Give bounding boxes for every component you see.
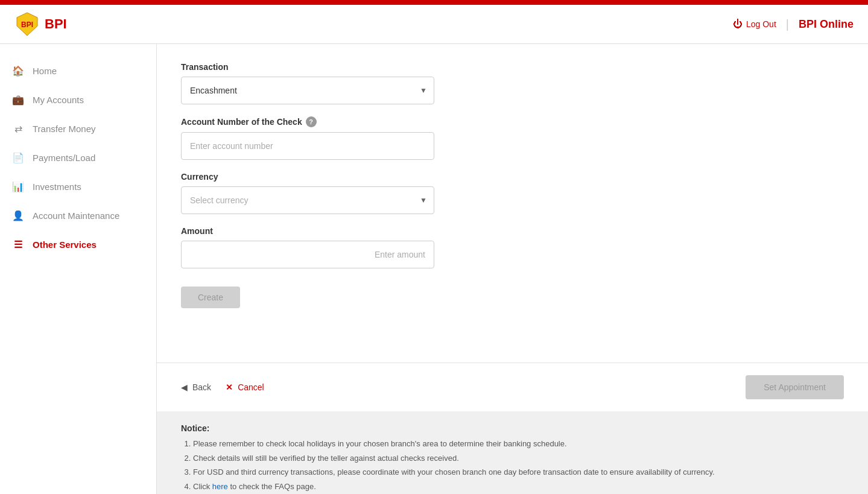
currency-label-text: Currency bbox=[181, 172, 218, 182]
sidebar-item-transfer-money-label: Transfer Money bbox=[33, 124, 95, 134]
sidebar-item-investments-label: Investments bbox=[33, 182, 81, 192]
amount-label-text: Amount bbox=[181, 226, 213, 236]
logout-button[interactable]: ⏻ Log Out bbox=[733, 19, 776, 30]
back-button[interactable]: ◀ Back bbox=[181, 382, 211, 392]
notice-list: Please remember to check local holidays … bbox=[181, 438, 844, 492]
currency-label: Currency bbox=[181, 172, 844, 182]
sidebar-item-transfer-money[interactable]: ⇄ Transfer Money bbox=[0, 114, 156, 143]
sidebar-item-payments-load-label: Payments/Load bbox=[33, 153, 95, 163]
action-bar: ◀ Back ✕ Cancel Set Appointment bbox=[157, 363, 868, 411]
account-number-help-icon[interactable]: ? bbox=[306, 116, 317, 127]
transfer-icon: ⇄ bbox=[12, 122, 24, 135]
logout-label: Log Out bbox=[746, 19, 776, 29]
sidebar-item-other-services-label: Other Services bbox=[33, 239, 97, 250]
set-appointment-button[interactable]: Set Appointment bbox=[746, 375, 844, 399]
notice-title: Notice: bbox=[181, 423, 844, 433]
home-icon: 🏠 bbox=[12, 65, 24, 77]
notice-item-4: Click here to check the FAQs page. bbox=[193, 481, 844, 493]
bpi-logo-icon: BPI bbox=[14, 11, 40, 37]
sidebar-item-investments[interactable]: 📊 Investments bbox=[0, 172, 156, 201]
briefcase-icon: 💼 bbox=[12, 93, 24, 106]
action-left: ◀ Back ✕ Cancel bbox=[181, 382, 264, 392]
transaction-select-wrapper: Encashment Deposit ▼ bbox=[181, 77, 434, 104]
logo-area: BPI BPI bbox=[14, 11, 67, 37]
power-icon: ⏻ bbox=[733, 19, 743, 30]
notice-item-1: Please remember to check local holidays … bbox=[193, 438, 844, 450]
account-number-label: Account Number of the Check ? bbox=[181, 116, 844, 127]
chart-icon: 📊 bbox=[12, 180, 24, 192]
list-icon: ☰ bbox=[12, 238, 24, 250]
currency-group: Currency Select currency PHP USD EUR ▼ bbox=[181, 172, 844, 214]
main-layout: 🏠 Home 💼 My Accounts ⇄ Transfer Money 📄 … bbox=[0, 44, 868, 494]
amount-group: Amount bbox=[181, 226, 844, 268]
sidebar-item-home[interactable]: 🏠 Home bbox=[0, 56, 156, 85]
sidebar-item-payments-load[interactable]: 📄 Payments/Load bbox=[0, 143, 156, 172]
document-icon: 📄 bbox=[12, 151, 24, 163]
header-right: ⏻ Log Out | BPI Online bbox=[733, 17, 854, 31]
form-card: Transaction Encashment Deposit ▼ Account… bbox=[157, 44, 868, 326]
cancel-button[interactable]: ✕ Cancel bbox=[226, 382, 264, 392]
header-divider: | bbox=[786, 17, 789, 31]
header: BPI BPI ⏻ Log Out | BPI Online bbox=[0, 5, 868, 44]
sidebar-item-account-maintenance-label: Account Maintenance bbox=[33, 211, 119, 221]
cancel-label: Cancel bbox=[238, 382, 264, 392]
notice-item-2: Check details will still be verified by … bbox=[193, 452, 844, 464]
sidebar: 🏠 Home 💼 My Accounts ⇄ Transfer Money 📄 … bbox=[0, 44, 157, 494]
account-number-label-text: Account Number of the Check bbox=[181, 117, 302, 127]
logo-text: BPI bbox=[45, 16, 67, 32]
bpi-online-label: BPI Online bbox=[799, 18, 854, 31]
transaction-group: Transaction Encashment Deposit ▼ bbox=[181, 62, 844, 104]
account-number-input[interactable] bbox=[181, 132, 434, 160]
currency-select[interactable]: Select currency PHP USD EUR bbox=[181, 186, 434, 214]
person-icon: 👤 bbox=[12, 209, 24, 221]
create-button-wrapper: Create bbox=[181, 280, 844, 308]
sidebar-item-other-services[interactable]: ☰ Other Services bbox=[0, 230, 156, 259]
account-number-group: Account Number of the Check ? bbox=[181, 116, 844, 160]
faqs-link[interactable]: here bbox=[212, 482, 228, 491]
cancel-x-icon: ✕ bbox=[226, 382, 233, 392]
back-arrow-icon: ◀ bbox=[181, 382, 188, 392]
transaction-label: Transaction bbox=[181, 62, 844, 72]
top-bar bbox=[0, 0, 868, 5]
sidebar-item-my-accounts[interactable]: 💼 My Accounts bbox=[0, 85, 156, 114]
amount-input[interactable] bbox=[181, 241, 434, 268]
sidebar-item-my-accounts-label: My Accounts bbox=[33, 95, 84, 105]
amount-label: Amount bbox=[181, 226, 844, 236]
svg-text:BPI: BPI bbox=[21, 21, 33, 29]
back-label: Back bbox=[192, 382, 211, 392]
transaction-select[interactable]: Encashment Deposit bbox=[181, 77, 434, 104]
transaction-label-text: Transaction bbox=[181, 62, 229, 72]
create-button[interactable]: Create bbox=[181, 287, 240, 308]
notice-item-3: For USD and third currency transactions,… bbox=[193, 466, 844, 478]
content-wrapper: Transaction Encashment Deposit ▼ Account… bbox=[157, 44, 868, 494]
sidebar-item-account-maintenance[interactable]: 👤 Account Maintenance bbox=[0, 201, 156, 230]
currency-select-wrapper: Select currency PHP USD EUR ▼ bbox=[181, 186, 434, 214]
spacer bbox=[157, 326, 868, 363]
sidebar-item-home-label: Home bbox=[33, 66, 57, 76]
notice-area: Notice: Please remember to check local h… bbox=[157, 411, 868, 494]
